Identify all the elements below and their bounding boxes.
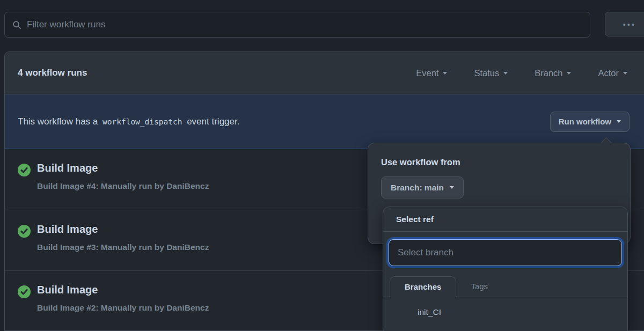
branch-filter-label: Branch xyxy=(535,68,562,78)
chevron-down-icon xyxy=(503,72,508,75)
runs-list-header: 4 workflow runs Event Status Branch Acto… xyxy=(5,52,644,94)
search-icon xyxy=(12,20,21,30)
status-filter-dropdown[interactable]: Status xyxy=(474,68,508,78)
run-workflow-button[interactable]: Run workflow xyxy=(550,112,630,132)
check-circle-success-icon xyxy=(18,285,31,298)
branch-main-dropdown-button[interactable]: Branch: main xyxy=(381,176,464,198)
kebab-horizontal-icon: ••• xyxy=(623,20,636,29)
branch-list-item[interactable]: init_CI xyxy=(383,302,627,322)
tab-branches[interactable]: Branches xyxy=(390,276,456,297)
chevron-down-icon xyxy=(623,72,627,75)
check-circle-success-icon xyxy=(18,164,31,176)
branch-filter-dropdown[interactable]: Branch xyxy=(535,68,571,78)
triangle-down-icon xyxy=(617,120,621,123)
banner-text-before: This workflow has a xyxy=(18,116,98,127)
check-circle-success-icon xyxy=(18,225,31,238)
chevron-down-icon xyxy=(443,72,447,75)
branch-main-label: Branch: main xyxy=(391,183,444,193)
header-filters: Event Status Branch Actor xyxy=(416,68,627,78)
event-filter-label: Event xyxy=(416,68,438,78)
status-filter-label: Status xyxy=(474,68,499,78)
run-workflow-label: Run workflow xyxy=(559,117,611,126)
workflow-filter-box xyxy=(4,12,590,38)
triangle-down-icon xyxy=(450,186,454,189)
run-count-label: 4 workflow runs xyxy=(18,68,87,78)
select-branch-input[interactable] xyxy=(389,239,622,266)
more-options-button[interactable]: ••• xyxy=(605,12,644,36)
tab-tags[interactable]: Tags xyxy=(456,276,502,297)
use-workflow-from-heading: Use workflow from xyxy=(381,157,617,167)
event-filter-dropdown[interactable]: Event xyxy=(416,68,447,78)
select-ref-panel: Select ref Branches Tags init_CI xyxy=(383,207,628,331)
banner-text-after: event trigger. xyxy=(187,116,239,127)
ref-filter-section xyxy=(383,232,627,266)
branch-list: init_CI xyxy=(383,297,627,322)
banner-code: workflow_dispatch xyxy=(100,117,184,126)
ref-tabs: Branches Tags xyxy=(383,276,627,297)
actor-filter-label: Actor xyxy=(598,68,619,78)
actor-filter-dropdown[interactable]: Actor xyxy=(598,68,627,78)
workflow-dispatch-banner: This workflow has a workflow_dispatch ev… xyxy=(5,94,644,149)
chevron-down-icon xyxy=(567,72,571,75)
filter-workflow-runs-input[interactable] xyxy=(27,19,582,30)
select-ref-heading: Select ref xyxy=(383,207,627,232)
banner-text: This workflow has a workflow_dispatch ev… xyxy=(18,116,239,127)
